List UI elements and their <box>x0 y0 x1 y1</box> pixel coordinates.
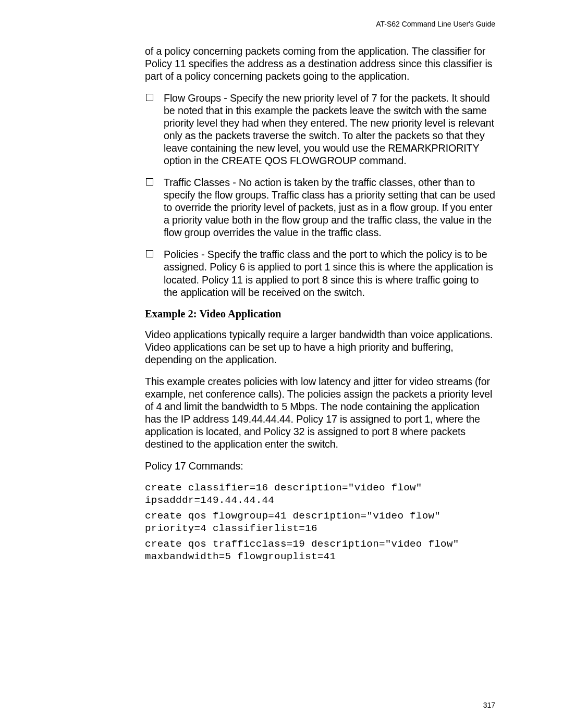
bullet-text: Policies - Specify the traffic class and… <box>164 249 493 298</box>
square-bullet-icon <box>146 178 153 186</box>
body-paragraph: Video applications typically require a l… <box>145 328 495 366</box>
intro-paragraph-trail: of a policy concerning packets coming fr… <box>145 45 495 82</box>
bullet-text: Flow Groups - Specify the new priority l… <box>164 92 494 166</box>
bullet-list: Flow Groups - Specify the new priority l… <box>145 92 495 298</box>
bullet-item: Policies - Specify the traffic class and… <box>145 248 495 298</box>
code-line: create qos flowgroup=41 description="vid… <box>145 510 495 535</box>
square-bullet-icon <box>146 250 153 257</box>
square-bullet-icon <box>146 94 153 101</box>
page-number: 317 <box>483 701 495 709</box>
code-line: create qos trafficclass=19 description="… <box>145 538 495 563</box>
bullet-text: Traffic Classes - No action is taken by … <box>164 177 495 238</box>
running-head: AT-S62 Command Line User's Guide <box>68 20 495 28</box>
code-line: create classifier=16 description="video … <box>145 482 495 507</box>
bullet-item: Traffic Classes - No action is taken by … <box>145 176 495 239</box>
body-paragraph: Policy 17 Commands: <box>145 460 495 472</box>
page: AT-S62 Command Line User's Guide of a po… <box>0 0 563 728</box>
section-heading: Example 2: Video Application <box>145 308 495 320</box>
body-paragraph: This example creates policies with low l… <box>145 375 495 450</box>
content-column: of a policy concerning packets coming fr… <box>145 45 495 563</box>
bullet-item: Flow Groups - Specify the new priority l… <box>145 92 495 167</box>
